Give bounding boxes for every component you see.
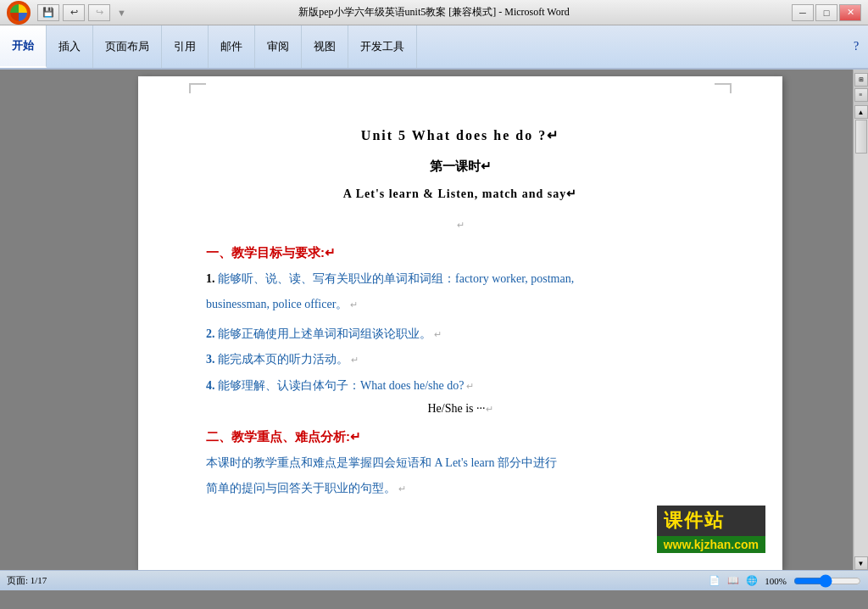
tab-start[interactable]: 开始 bbox=[0, 25, 47, 68]
page-corner-tl bbox=[189, 83, 206, 93]
zoom-level: 100% bbox=[765, 576, 787, 586]
redo-quick-btn[interactable]: ↪ bbox=[88, 4, 110, 21]
document-title: Unit 5 What does he do ?↵ bbox=[206, 127, 715, 143]
document-container[interactable]: Unit 5 What does he do ?↵ 第一课时↵ A Let's … bbox=[68, 70, 853, 570]
window-title: 新版pep小学六年级英语unit5教案 [兼容模式] - Microsoft W… bbox=[298, 5, 569, 20]
watermark-url: www.kjzhan.com bbox=[657, 536, 765, 553]
close-button[interactable]: ✕ bbox=[839, 4, 861, 21]
section1-heading: 一、教学目标与要求:↵ bbox=[206, 245, 715, 261]
scrollbar-track[interactable] bbox=[854, 119, 868, 556]
scrollbar-thumb[interactable] bbox=[855, 120, 867, 154]
section1-item2: 2. 能够正确使用上述单词和词组谈论职业。 ↵ bbox=[206, 325, 715, 344]
tab-mailings[interactable]: 邮件 bbox=[209, 25, 255, 68]
tab-developer[interactable]: 开发工具 bbox=[348, 25, 417, 68]
main-area: Unit 5 What does he do ?↵ 第一课时↵ A Let's … bbox=[0, 70, 868, 570]
scroll-down-btn[interactable]: ▼ bbox=[854, 556, 868, 570]
document-page: Unit 5 What does he do ?↵ 第一课时↵ A Let's … bbox=[138, 76, 782, 570]
section1-item1-continued: businessman, police officer。 ↵ bbox=[206, 295, 715, 314]
vertical-scrollbar[interactable]: ⊞ ≡ ▲ ▼ bbox=[853, 70, 868, 570]
title-bar-left: 💾 ↩ ↪ ▼ bbox=[7, 1, 126, 25]
restore-button[interactable]: □ bbox=[815, 4, 837, 21]
view-icon-1[interactable]: ⊞ bbox=[854, 73, 868, 87]
quick-toolbar-expand[interactable]: ▼ bbox=[117, 8, 126, 18]
tab-references[interactable]: 引用 bbox=[162, 25, 209, 68]
page-corner-tr bbox=[715, 83, 732, 93]
save-quick-btn[interactable]: 💾 bbox=[37, 4, 59, 21]
undo-quick-btn[interactable]: ↩ bbox=[63, 4, 85, 21]
view-mode-print[interactable]: 📄 bbox=[709, 575, 721, 586]
tab-insert[interactable]: 插入 bbox=[47, 25, 93, 68]
status-right: 📄 📖 🌐 100% bbox=[709, 574, 861, 588]
left-margin bbox=[0, 70, 68, 570]
minimize-button[interactable]: ─ bbox=[792, 4, 814, 21]
status-bar: 页面: 1/17 📄 📖 🌐 100% bbox=[0, 570, 868, 590]
ribbon: 开始 插入 页面布局 引用 邮件 审阅 视图 开发工具 ? bbox=[0, 25, 868, 70]
section1-item4-sub: He/She is ···↵ bbox=[206, 402, 715, 416]
office-button[interactable] bbox=[7, 1, 31, 25]
section2-body-line2: 简单的提问与回答关于职业的句型。 ↵ bbox=[206, 479, 715, 498]
title-bar: 💾 ↩ ↪ ▼ 新版pep小学六年级英语unit5教案 [兼容模式] - Mic… bbox=[0, 0, 868, 25]
tab-review[interactable]: 审阅 bbox=[255, 25, 302, 68]
section1-item3: 3. 能完成本页的听力活动。 ↵ bbox=[206, 350, 715, 369]
section1-item4: 4. 能够理解、认读白体句子：What does he/she do? ↵ bbox=[206, 377, 715, 395]
help-icon[interactable]: ? bbox=[844, 25, 868, 68]
section2-body-line1: 本课时的教学重点和难点是掌握四会短语和 A Let's learn 部分中进行 bbox=[206, 454, 715, 472]
section2-heading: 二、教学重点、难点分析:↵ bbox=[206, 429, 715, 445]
view-icon-2[interactable]: ≡ bbox=[854, 88, 868, 102]
tab-page-layout[interactable]: 页面布局 bbox=[93, 25, 162, 68]
view-mode-read[interactable]: 📖 bbox=[727, 575, 739, 586]
section-heading: A Let's learn & Listen, match and say↵ bbox=[206, 187, 715, 201]
right-icons: ⊞ ≡ bbox=[854, 70, 868, 105]
page-indicator: 页面: 1/17 bbox=[7, 574, 47, 587]
view-mode-web[interactable]: 🌐 bbox=[746, 575, 758, 586]
para-mark-1: ↵ bbox=[206, 218, 715, 232]
tab-view[interactable]: 视图 bbox=[302, 25, 348, 68]
watermark: 课件站 www.kjzhan.com bbox=[657, 506, 765, 553]
scroll-up-btn[interactable]: ▲ bbox=[854, 105, 868, 119]
document-subtitle: 第一课时↵ bbox=[206, 159, 715, 175]
zoom-slider[interactable] bbox=[793, 574, 861, 588]
window-controls: ─ □ ✕ bbox=[792, 4, 861, 21]
watermark-title: 课件站 bbox=[657, 506, 765, 536]
section1-item1: 1. 能够听、说、读、写有关职业的单词和词组：factory worker, p… bbox=[206, 270, 715, 288]
